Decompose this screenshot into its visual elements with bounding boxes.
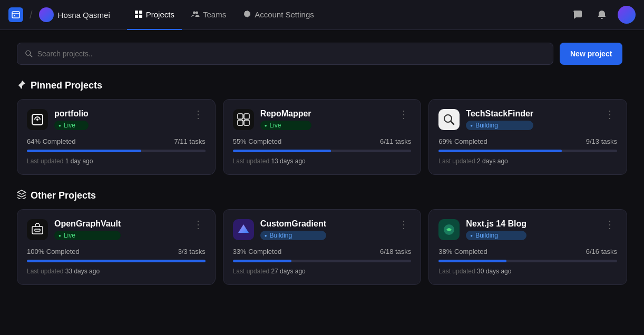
progress-bar-fill: [438, 260, 506, 262]
card-header: CustomGradient Building ⋮: [233, 219, 412, 240]
card-stats: 38% Completed 6/16 tasks: [438, 248, 617, 255]
card-title-row: RepoMapper Live: [233, 109, 311, 130]
card-stats: 33% Completed 6/18 tasks: [233, 248, 412, 255]
last-updated-ago: 13 days ago: [271, 157, 305, 165]
project-name: Next.js 14 Blog: [466, 219, 526, 229]
svg-point-8: [26, 51, 31, 55]
svg-rect-1: [14, 15, 15, 16]
status-badge: Live: [260, 121, 311, 130]
search-row: New project: [17, 43, 627, 65]
bell-icon: [597, 9, 607, 20]
svg-point-6: [193, 12, 196, 14]
new-project-button[interactable]: New project: [560, 43, 622, 65]
card-menu-button[interactable]: ⋮: [396, 109, 411, 120]
card-title-info: OpenGraphVault Live: [54, 219, 121, 240]
project-icon: [438, 109, 460, 130]
card-header: RepoMapper Live ⋮: [233, 109, 412, 130]
card-stats: 64% Completed 7/11 tasks: [27, 137, 206, 145]
user-avatar[interactable]: [618, 6, 636, 24]
card-footer: Last updated 2 days ago: [438, 157, 617, 165]
card-menu-button[interactable]: ⋮: [396, 219, 411, 230]
completed-label: 100% Completed: [27, 248, 80, 255]
status-badge: Building: [466, 121, 533, 130]
project-icon: [27, 109, 48, 130]
progress-bar-bg: [438, 260, 617, 262]
search-icon: [25, 50, 33, 58]
card-header: Next.js 14 Blog Building ⋮: [438, 219, 617, 240]
nav-account-settings[interactable]: Account Settings: [236, 0, 321, 30]
card-header: OpenGraphVault Live ⋮: [27, 219, 206, 240]
tasks-label: 6/16 tasks: [586, 248, 617, 255]
notifications-icon-btn[interactable]: [593, 6, 610, 23]
card-title-info: TechStackFinder Building: [466, 109, 533, 130]
svg-rect-16: [32, 226, 43, 234]
other-projects-grid: OpenGraphVault Live ⋮ 100% Completed 3/3…: [17, 209, 627, 285]
card-title-row: Next.js 14 Blog Building: [438, 219, 526, 240]
pin-svg-icon: [17, 80, 26, 89]
card-header: TechStackFinder Building ⋮: [438, 109, 617, 130]
card-footer: Last updated 33 days ago: [27, 268, 206, 275]
card-menu-button[interactable]: ⋮: [191, 109, 206, 120]
card-menu-button[interactable]: ⋮: [602, 219, 617, 230]
card-footer: Last updated 27 days ago: [233, 268, 412, 275]
completed-label: 33% Completed: [233, 248, 282, 255]
header-right: [569, 6, 636, 24]
progress-bar-bg: [438, 150, 617, 152]
svg-rect-0: [12, 12, 19, 18]
progress-bar-fill: [233, 150, 331, 152]
card-stats: 55% Completed 6/11 tasks: [233, 137, 412, 145]
project-card-techstackfinder[interactable]: TechStackFinder Building ⋮ 69% Completed…: [428, 99, 627, 175]
tasks-label: 6/18 tasks: [380, 248, 411, 255]
other-section-header: Other Projects: [17, 190, 627, 202]
search-input[interactable]: [37, 50, 545, 58]
svg-marker-18: [238, 224, 249, 233]
nav-teams[interactable]: Teams: [184, 0, 233, 30]
search-bar[interactable]: [17, 43, 553, 65]
progress-bar-bg: [233, 260, 412, 262]
project-icon: [27, 219, 48, 240]
projects-icon: [134, 10, 143, 18]
last-updated-ago: 2 days ago: [477, 157, 508, 165]
project-name: OpenGraphVault: [54, 219, 121, 229]
card-title-row: CustomGradient Building: [233, 219, 326, 240]
status-badge: Live: [54, 121, 89, 130]
teams-icon: [191, 10, 200, 18]
project-card-repomapper[interactable]: RepoMapper Live ⋮ 55% Completed 6/11 tas…: [223, 99, 422, 175]
svg-rect-4: [135, 15, 138, 18]
card-title-info: portfolio Live: [54, 109, 89, 130]
card-stats: 100% Completed 3/3 tasks: [27, 248, 206, 255]
progress-bar-fill: [27, 260, 206, 262]
project-card-opengraphvault[interactable]: OpenGraphVault Live ⋮ 100% Completed 3/3…: [17, 209, 216, 285]
card-title-row: TechStackFinder Building: [438, 109, 533, 130]
nav-projects[interactable]: Projects: [127, 0, 182, 30]
card-footer: Last updated 1 day ago: [27, 157, 206, 165]
completed-label: 55% Completed: [233, 137, 282, 145]
chat-icon-btn[interactable]: [569, 6, 586, 23]
project-card-portfolio[interactable]: portfolio Live ⋮ 64% Completed 7/11 task…: [17, 99, 216, 175]
card-footer: Last updated 30 days ago: [438, 268, 617, 275]
main-nav: Projects Teams Account Settings: [127, 0, 321, 30]
header-divider: /: [30, 9, 33, 21]
completed-label: 38% Completed: [438, 248, 487, 255]
tasks-label: 7/11 tasks: [174, 137, 205, 145]
app-logo[interactable]: [8, 7, 23, 22]
pinned-section-header: Pinned Projects: [17, 80, 627, 92]
card-stats: 69% Completed 9/13 tasks: [438, 137, 617, 145]
pin-icon: [17, 80, 26, 92]
completed-label: 69% Completed: [438, 137, 487, 145]
svg-rect-14: [244, 120, 249, 125]
card-title-info: CustomGradient Building: [260, 219, 326, 240]
progress-bar-bg: [233, 150, 412, 152]
chat-icon: [572, 9, 583, 20]
header-username: Hosna Qasmei: [58, 11, 110, 19]
card-menu-button[interactable]: ⋮: [191, 219, 206, 230]
svg-point-10: [36, 119, 38, 121]
project-card-customgradient[interactable]: CustomGradient Building ⋮ 33% Completed …: [223, 209, 422, 285]
card-menu-button[interactable]: ⋮: [602, 109, 617, 120]
project-card-nextjs14blog[interactable]: Next.js 14 Blog Building ⋮ 38% Completed…: [428, 209, 627, 285]
status-badge: Live: [54, 231, 121, 240]
progress-bar-bg: [27, 260, 206, 262]
completed-label: 64% Completed: [27, 137, 76, 145]
status-badge: Building: [260, 231, 326, 240]
svg-rect-13: [238, 120, 243, 125]
